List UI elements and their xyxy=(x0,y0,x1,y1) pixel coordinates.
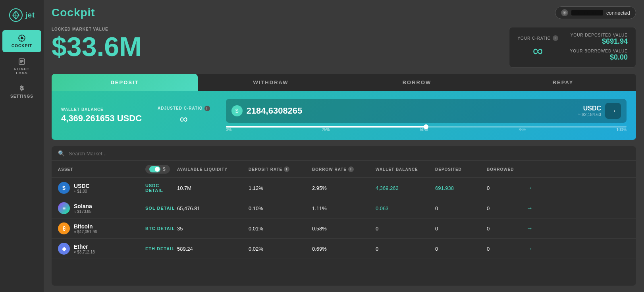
eth-borrowed: 0 xyxy=(487,246,526,252)
eth-liquidity: 589.24 xyxy=(177,246,249,252)
sol-deposited: 0 xyxy=(435,205,487,211)
deposit-input-area: $ 2184,6308265 USDC ≈ $2,184.63 → 0% 25%… xyxy=(226,99,627,132)
jet-logo-icon xyxy=(9,8,23,22)
borrowed-value-row: YOUR BORROWED VALUE $0.00 xyxy=(570,49,628,62)
eth-detail-link[interactable]: ETH DETAIL xyxy=(145,246,177,251)
btc-wallet-balance: 0 xyxy=(376,226,435,232)
usdc-wallet-balance: 4,369.262 xyxy=(376,185,435,191)
header: Cockpit ■■■■■■■■■■ connected xyxy=(52,6,636,21)
adjusted-cratio-info-icon[interactable]: i xyxy=(204,106,210,111)
ratio-values: YOUR DEPOSITED VALUE $691.94 YOUR BORROW… xyxy=(570,33,628,62)
eth-name: Ether xyxy=(74,244,95,250)
market-section: 🔍 ASSET $ AVAILABLE LIQUIDITY DEPOSIT RA xyxy=(52,146,636,286)
flight-logs-label: FLIGHTLOGS xyxy=(14,67,30,75)
tab-deposit[interactable]: DEPOSIT xyxy=(52,74,198,91)
usdc-info: USDC ≈ $1.00 xyxy=(74,183,90,193)
col-header-deposit-rate: DEPOSIT RATE i xyxy=(249,166,312,172)
borrow-rate-info-icon[interactable]: i xyxy=(348,166,354,172)
sidebar-item-settings[interactable]: SETTINGS xyxy=(2,81,41,102)
sidebar: jet COCKPIT FLIGHTLOGS xyxy=(0,0,44,292)
slider-label-25: 25% xyxy=(322,128,330,132)
c-ratio-info-icon[interactable]: i xyxy=(553,35,558,41)
sidebar-item-flight-logs[interactable]: FLIGHTLOGS xyxy=(2,54,41,79)
currency-symbol: $ xyxy=(163,166,166,172)
asset-cell-btc: ₿ Bitcoin ≈ $47,051.96 xyxy=(58,222,145,234)
btc-arrow-btn[interactable]: → xyxy=(526,225,546,232)
main-content: Cockpit ■■■■■■■■■■ connected LOCKED MARK… xyxy=(44,0,644,292)
table-row: ◆ Ether ≈ $3,712.18 ETH DETAIL 589.24 0.… xyxy=(52,239,636,259)
ratio-section: YOUR C-RATIO i ∞ YOUR DEPOSITED VALUE $6… xyxy=(517,33,628,62)
tab-withdraw[interactable]: WITHDRAW xyxy=(198,74,344,91)
deposit-currency-name: USDC xyxy=(583,105,601,112)
col-header-borrow-rate: BORROW RATE i xyxy=(312,166,376,172)
eth-icon: ◆ xyxy=(58,243,70,255)
deposited-amount: $691.94 xyxy=(570,37,628,46)
asset-cell-sol: ≡ Solana ≈ $173.85 xyxy=(58,202,145,214)
toggle-switch xyxy=(149,166,160,172)
usdc-liquidity: 10.7M xyxy=(177,185,249,191)
deposit-adjusted-cratio-value: ∞ xyxy=(180,113,188,126)
deposit-currency-info: USDC ≈ $2,184.63 xyxy=(578,105,601,117)
ratio-box: YOUR C-RATIO i ∞ YOUR DEPOSITED VALUE $6… xyxy=(509,27,636,68)
wallet-status[interactable]: ■■■■■■■■■■ connected xyxy=(555,6,636,19)
eth-price: ≈ $3,712.18 xyxy=(74,250,95,254)
deposit-submit-button[interactable]: → xyxy=(605,103,621,119)
eth-deposited: 0 xyxy=(435,246,487,252)
currency-toggle[interactable]: $ xyxy=(145,165,170,174)
settings-label: SETTINGS xyxy=(10,94,33,99)
sol-arrow-btn[interactable]: → xyxy=(526,205,546,212)
sidebar-item-cockpit[interactable]: COCKPIT xyxy=(2,30,41,52)
tab-borrow[interactable]: BORROW xyxy=(344,74,490,91)
borrowed-label: YOUR BORROWED VALUE xyxy=(570,49,628,53)
search-input[interactable] xyxy=(69,151,630,157)
deposited-label: YOUR DEPOSITED VALUE xyxy=(570,33,628,37)
eth-info: Ether ≈ $3,712.18 xyxy=(74,244,95,254)
col-header-asset: ASSET xyxy=(58,167,145,172)
usdc-borrow-rate: 2.95% xyxy=(312,185,376,191)
deposit-adjusted-cratio-label: ADJUSTED C-RATIO i xyxy=(158,106,210,111)
sidebar-nav: COCKPIT FLIGHTLOGS SETTINGS xyxy=(0,30,44,102)
sol-borrowed: 0 xyxy=(487,205,526,211)
deposit-slider-container: 0% 25% 50% 75% 100% xyxy=(226,126,627,132)
slider-label-75: 75% xyxy=(518,128,526,132)
tabs: DEPOSIT WITHDRAW BORROW REPAY xyxy=(52,74,636,91)
borrowed-amount: $0.00 xyxy=(570,53,628,62)
eth-borrow-rate: 0.69% xyxy=(312,246,376,252)
search-icon: 🔍 xyxy=(58,150,65,157)
deposit-wallet-balance-value: 4,369.261653 USDC xyxy=(61,113,142,124)
usdc-name: USDC xyxy=(74,183,90,189)
deposit-input-value: 2184,6308265 xyxy=(247,106,574,116)
btc-detail-link[interactable]: BTC DETAIL xyxy=(145,226,177,231)
wallet-dot xyxy=(561,9,568,16)
usdc-icon: $ xyxy=(58,182,70,194)
sol-price: ≈ $173.85 xyxy=(74,209,92,214)
svg-point-4 xyxy=(21,37,23,39)
usdc-borrowed: 0 xyxy=(487,185,526,191)
table-row: ≡ Solana ≈ $173.85 SOL DETAIL 65,476.81 … xyxy=(52,198,636,219)
table-row: ₿ Bitcoin ≈ $47,051.96 BTC DETAIL 35 0.0… xyxy=(52,219,636,239)
tab-repay[interactable]: REPAY xyxy=(490,74,636,91)
logo: jet xyxy=(6,4,38,30)
sol-detail-link[interactable]: SOL DETAIL xyxy=(145,206,177,211)
deposit-slider[interactable] xyxy=(226,126,627,128)
btc-icon: ₿ xyxy=(58,222,70,234)
c-ratio-section: YOUR C-RATIO i ∞ xyxy=(517,35,558,59)
sol-info: Solana ≈ $173.85 xyxy=(74,203,92,214)
settings-icon xyxy=(18,85,26,93)
locked-market-label: LOCKED MARKET VALUE xyxy=(52,27,503,31)
usdc-arrow-btn[interactable]: → xyxy=(526,184,546,191)
eth-arrow-btn[interactable]: → xyxy=(526,245,546,252)
col-header-liquidity: AVAILABLE LIQUIDITY xyxy=(177,167,249,172)
deposit-slider-thumb xyxy=(424,124,428,129)
usdc-deposited: 691.938 xyxy=(435,185,487,191)
deposit-input-row: $ 2184,6308265 USDC ≈ $2,184.63 → xyxy=(226,99,627,123)
asset-cell-eth: ◆ Ether ≈ $3,712.18 xyxy=(58,243,145,255)
col-header-wallet-balance: WALLET BALANCE xyxy=(376,167,435,172)
btc-borrowed: 0 xyxy=(487,226,526,232)
sol-wallet-balance: 0.063 xyxy=(376,205,435,211)
usdc-detail-link[interactable]: USDC DETAIL xyxy=(145,183,177,193)
deposit-rate-info-icon[interactable]: i xyxy=(284,166,289,172)
deposit-wallet-balance-label: WALLET BALANCE xyxy=(61,107,104,112)
btc-info: Bitcoin ≈ $47,051.96 xyxy=(74,223,97,234)
wallet-connected-label: connected xyxy=(606,10,630,16)
